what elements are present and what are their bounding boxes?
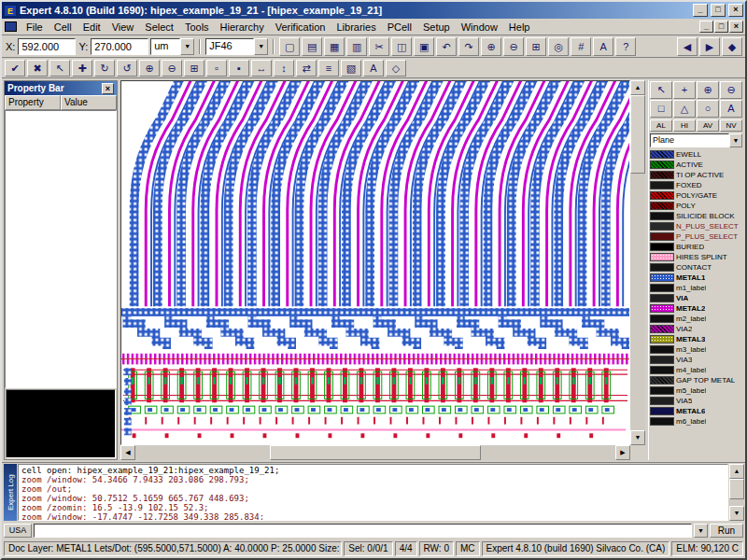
command-input[interactable] — [34, 524, 692, 538]
property-list[interactable] — [5, 110, 117, 388]
swap-icon[interactable]: ⇄ — [296, 60, 317, 77]
canvas-vertical-scrollbar[interactable]: ▲ ▼ — [630, 80, 645, 445]
x-coordinate-input[interactable] — [18, 38, 76, 55]
menu-setup[interactable]: Setup — [417, 20, 456, 35]
menu-tools[interactable]: Tools — [179, 20, 215, 35]
layer-row[interactable]: m5_label — [650, 385, 742, 396]
menu-edit[interactable]: Edit — [78, 20, 106, 35]
text-tool-icon[interactable]: A — [720, 100, 742, 118]
scroll-thumb[interactable] — [729, 479, 744, 499]
layer-row[interactable]: VIA2 — [650, 324, 742, 334]
mdi-minimize-icon[interactable]: _ — [699, 21, 713, 33]
layer-row[interactable]: CONTACT — [650, 262, 742, 273]
scroll-thumb[interactable] — [630, 95, 645, 174]
zoom-out-icon[interactable]: ⊖ — [503, 37, 524, 56]
pointer-tool-icon[interactable]: ↖ — [650, 81, 672, 99]
layer-row[interactable]: TI OP ACTIVE — [650, 170, 742, 180]
layer-row[interactable]: FOXED — [650, 180, 742, 190]
y-coordinate-input[interactable] — [91, 38, 148, 55]
layer-row[interactable]: m6_label — [650, 416, 742, 427]
layer-row[interactable]: EWELL — [650, 149, 742, 160]
locator-view[interactable] — [6, 389, 116, 458]
save-icon[interactable]: ▦ — [324, 37, 345, 56]
menu-cell[interactable]: Cell — [49, 20, 78, 35]
mdi-close-icon[interactable]: × — [729, 21, 743, 33]
pointer-icon[interactable]: ↖ — [49, 60, 70, 77]
redo-icon[interactable]: ↷ — [458, 37, 479, 56]
next-view-icon[interactable]: ▶ — [699, 37, 720, 56]
plane-combo[interactable]: Plane ▼ — [650, 133, 742, 147]
open-icon[interactable]: ▤ — [302, 37, 322, 56]
restore-icon[interactable]: □ — [711, 4, 726, 17]
rotate-ccw-icon[interactable]: ↺ — [117, 60, 137, 77]
draw-box-icon[interactable]: ✚ — [72, 60, 92, 77]
layer-row[interactable]: N_PLUS_SELECT — [650, 221, 742, 231]
layer-row[interactable]: METAL1 — [650, 273, 742, 283]
layer-row[interactable]: ACTIVE — [650, 160, 742, 170]
chevron-down-icon[interactable]: ▼ — [254, 38, 268, 55]
layer-row[interactable]: POLY/GATE — [650, 190, 742, 201]
run-button[interactable]: Run — [710, 524, 743, 538]
paste-icon[interactable]: ▣ — [414, 37, 434, 56]
layer-row[interactable]: METAL6 — [650, 406, 742, 416]
menu-hierarchy[interactable]: Hierarchy — [215, 20, 270, 35]
cut-icon[interactable]: ✂ — [369, 37, 389, 56]
scroll-right-icon[interactable]: ▶ — [615, 445, 630, 460]
grid-icon[interactable]: # — [571, 37, 591, 56]
menu-help[interactable]: Help — [503, 20, 536, 35]
layer-row[interactable]: m1_label — [650, 283, 742, 293]
menu-libraries[interactable]: Libraries — [331, 20, 381, 35]
layer-row[interactable]: VIA3 — [650, 355, 742, 365]
scroll-track[interactable] — [135, 445, 615, 460]
menu-window[interactable]: Window — [456, 20, 503, 35]
scroll-down-icon[interactable]: ▼ — [630, 430, 645, 445]
layer-row[interactable]: HIRES SPLINT — [650, 252, 742, 262]
world-view-icon[interactable]: ◆ — [722, 37, 742, 56]
layer-row[interactable]: SILICIDE BLOCK — [650, 211, 742, 221]
prev-view-icon[interactable]: ◀ — [677, 37, 698, 56]
zoom-out-icon[interactable]: ⊖ — [162, 60, 182, 77]
layer-filter-al[interactable]: AL — [650, 119, 672, 132]
layer-row[interactable]: P_PLUS_SELECT — [650, 231, 742, 242]
layer-filter-av[interactable]: AV — [697, 119, 719, 132]
close-icon[interactable]: × — [102, 83, 114, 94]
layer-row[interactable]: BURIED — [650, 242, 742, 252]
label-icon[interactable]: A — [363, 60, 384, 77]
menu-verification[interactable]: Verification — [270, 20, 331, 35]
menu-select[interactable]: Select — [139, 20, 179, 35]
scroll-track[interactable] — [630, 95, 645, 430]
zoom-fit-icon[interactable]: ◎ — [548, 37, 569, 56]
help-icon[interactable]: ? — [615, 37, 636, 56]
minimize-icon[interactable]: _ — [693, 4, 708, 17]
scroll-up-icon[interactable]: ▲ — [729, 464, 744, 479]
zoom-out-tool-icon[interactable]: ⊖ — [720, 81, 742, 99]
close-icon[interactable]: × — [728, 4, 743, 17]
cell-combo[interactable]: JF46 ▼ — [205, 38, 268, 55]
scroll-track[interactable] — [729, 479, 744, 506]
apply-icon[interactable]: ✔ — [5, 60, 25, 77]
hatch-icon[interactable]: ▧ — [341, 60, 361, 77]
layers-icon[interactable]: ≡ — [318, 60, 339, 77]
zoom-in-icon[interactable]: ⊕ — [481, 37, 501, 56]
zoom-in-icon[interactable]: ⊕ — [139, 60, 160, 77]
text-icon[interactable]: A — [593, 37, 613, 56]
pick-tool-icon[interactable]: + — [673, 81, 696, 99]
layer-row[interactable]: VIA — [650, 293, 742, 303]
rotate-cw-icon[interactable]: ↻ — [94, 60, 115, 77]
filled-box-icon[interactable]: ▪ — [229, 60, 249, 77]
scroll-thumb[interactable] — [270, 445, 481, 460]
log-output[interactable]: cell open: hipex_example_19_21:hipex_exa… — [18, 464, 728, 521]
chevron-down-icon[interactable]: ▼ — [694, 524, 708, 538]
circle-tool-icon[interactable]: ○ — [697, 100, 719, 118]
menu-file[interactable]: File — [21, 20, 49, 35]
layer-row[interactable]: GAP TOP METAL — [650, 375, 742, 385]
layer-filter-nv[interactable]: NV — [720, 119, 742, 132]
language-indicator[interactable]: USA — [4, 524, 32, 538]
log-vertical-scrollbar[interactable]: ▲ ▼ — [729, 464, 744, 521]
polygon-tool-icon[interactable]: △ — [673, 100, 696, 118]
new-icon[interactable]: ▢ — [279, 37, 300, 56]
layer-row[interactable]: VIA5 — [650, 396, 742, 406]
copy-icon[interactable]: ◫ — [391, 37, 412, 56]
undo-icon[interactable]: ↶ — [436, 37, 457, 56]
layer-row[interactable]: m3_label — [650, 344, 742, 355]
